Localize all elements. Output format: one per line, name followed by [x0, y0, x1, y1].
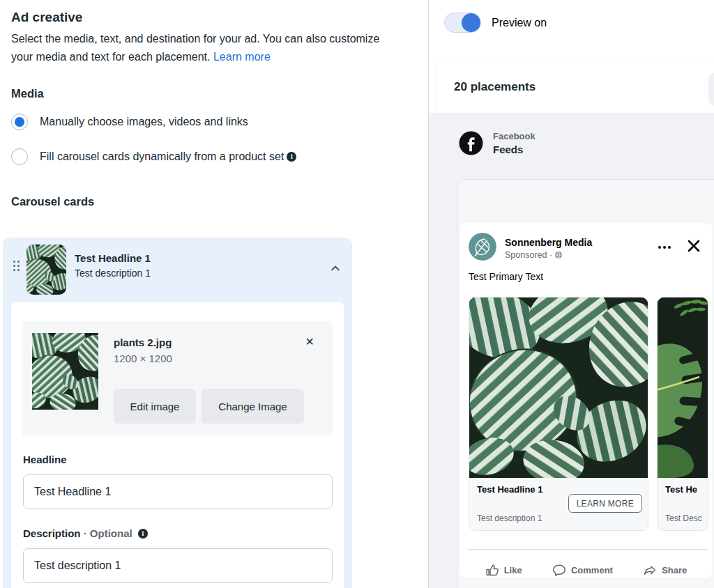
media-option-manual-label: Manually choose images, videos and links [40, 116, 248, 128]
carousel-card-1-description: Test description 1 [477, 513, 542, 523]
subtitle-text: Select the media, text, and destination … [11, 33, 379, 63]
carousel-card-2-image [658, 297, 708, 478]
media-dimensions: 1200 × 1200 [114, 353, 172, 364]
ad-post-card: Sonnenberg Media Sponsored · Test Primar… [460, 223, 712, 578]
chevron-up-icon[interactable] [330, 263, 341, 274]
edit-image-button[interactable]: Edit image [114, 389, 196, 424]
facebook-logo-icon [459, 131, 483, 155]
sponsored-label: Sponsored · [505, 250, 563, 260]
headline-input[interactable] [23, 474, 333, 509]
preview-toggle-row: Preview on [444, 13, 547, 33]
media-option-dynamic[interactable]: Fill carousel cards dynamically from a p… [11, 139, 417, 174]
share-arrow-icon [643, 563, 657, 577]
drag-handle-icon[interactable] [13, 261, 20, 271]
post-actions-row: Like Comment Share [460, 555, 712, 585]
info-icon: i [138, 529, 148, 539]
placement-label-row: Facebook Feeds [459, 131, 536, 155]
comment-button[interactable]: Comment [552, 563, 613, 577]
post-more-icon[interactable] [658, 246, 671, 249]
post-divider [467, 549, 708, 550]
preview-backdrop: Facebook Feeds Sonnenberg Media Sponsore… [429, 113, 714, 588]
placement-position: Feeds [493, 144, 536, 155]
placements-count: 20 placements [454, 80, 536, 94]
media-section-heading: Media [11, 87, 417, 100]
page-name: Sonnenberg Media [505, 237, 592, 248]
media-thumbnail-image [32, 333, 98, 410]
carousel-cards-heading: Carousel cards [11, 195, 417, 208]
feed-mockup-frame: Sonnenberg Media Sponsored · Test Primar… [457, 179, 714, 588]
thumbs-up-icon [485, 563, 499, 577]
page-avatar [469, 233, 496, 261]
description-input[interactable] [23, 548, 333, 583]
carousel-card-2-description: Test Desc [665, 513, 702, 523]
carousel-preview-card-2: Test He Test Desc [657, 297, 708, 531]
change-image-button[interactable]: Change Image [202, 389, 304, 424]
post-close-icon[interactable] [685, 237, 703, 255]
share-preview-button[interactable] [708, 72, 714, 106]
like-button[interactable]: Like [485, 563, 522, 577]
selected-media-box: plants 2.jpg 1200 × 1200 ✕ Edit image Ch… [22, 321, 333, 435]
remove-media-icon[interactable]: ✕ [305, 336, 314, 348]
placements-header-card: 20 placements [436, 62, 714, 113]
page-title: Ad creative [11, 10, 417, 25]
media-filename: plants 2.jpg [114, 336, 172, 348]
preview-toggle[interactable] [444, 13, 481, 33]
carousel-card-1-headline: Test Headline 1 [477, 484, 542, 495]
radio-selected-icon[interactable] [11, 114, 28, 130]
carousel-card-header[interactable]: Test Headline 1 Test description 1 [3, 238, 352, 302]
learn-more-link[interactable]: Learn more [213, 51, 271, 63]
carousel-card-1-footer: Test Headline 1 LEARN MORE Test descript… [469, 478, 648, 530]
carousel-card-2-headline: Test He [665, 484, 697, 495]
info-icon: i [287, 152, 296, 162]
radio-unselected-icon[interactable] [11, 148, 28, 165]
card-description-text: Test description 1 [75, 268, 151, 279]
preview-toggle-label: Preview on [492, 17, 547, 29]
carousel-card-item: Test Headline 1 Test description 1 plant… [3, 238, 352, 588]
media-option-manual[interactable]: Manually choose images, videos and links [11, 105, 417, 139]
comment-bubble-icon [552, 563, 566, 577]
ad-creative-form-panel: Ad creative Select the media, text, and … [0, 0, 428, 588]
share-button[interactable]: Share [643, 563, 687, 577]
headline-field-label: Headline [23, 454, 333, 465]
carousel-preview-card-1: Test Headline 1 LEARN MORE Test descript… [469, 297, 648, 531]
media-option-dynamic-label: Fill carousel cards dynamically from a p… [40, 150, 296, 163]
ads-manager-ad-creative-screen: Ad creative Select the media, text, and … [0, 0, 714, 588]
card-thumbnail-image [26, 245, 66, 295]
ad-preview-panel: Preview on 20 placements Facebook Feeds … [428, 0, 714, 588]
carousel-card-editor: plants 2.jpg 1200 × 1200 ✕ Edit image Ch… [11, 302, 344, 588]
carousel-card-1-image [469, 297, 648, 478]
toggle-knob [462, 13, 480, 32]
placement-platform: Facebook [493, 131, 536, 141]
card-headline-text: Test Headline 1 [75, 252, 151, 264]
globe-icon [554, 251, 563, 259]
description-field-label: Description · Optional i [23, 527, 333, 539]
learn-more-button[interactable]: LEARN MORE [568, 494, 642, 513]
post-primary-text: Test Primary Text [469, 271, 543, 282]
carousel-card-2-footer: Test He Test Desc [658, 478, 708, 530]
page-subtitle: Select the media, text, and destination … [11, 30, 402, 66]
